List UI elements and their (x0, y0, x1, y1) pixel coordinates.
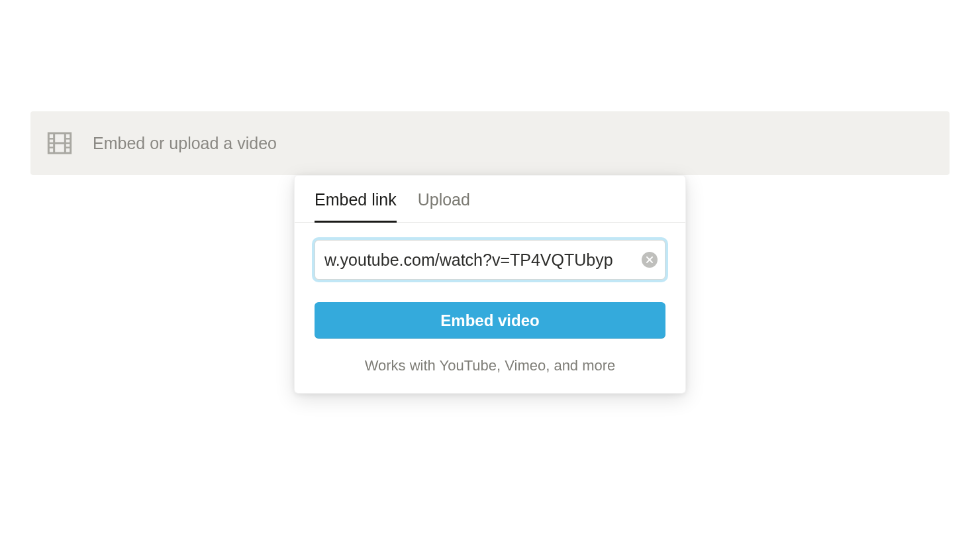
tab-label: Upload (418, 190, 470, 209)
popup-tabs: Embed link Upload (295, 176, 685, 223)
url-input-wrapper (315, 240, 665, 280)
close-icon (646, 256, 653, 263)
embed-video-button[interactable]: Embed video (315, 302, 665, 339)
embed-hint-text: Works with YouTube, Vimeo, and more (315, 357, 665, 374)
film-icon (46, 130, 73, 156)
tab-label: Embed link (315, 190, 397, 209)
video-embed-block[interactable]: Embed or upload a video (30, 111, 950, 175)
embed-popup: Embed link Upload Embed video Works with… (294, 175, 686, 394)
tab-upload[interactable]: Upload (418, 176, 470, 222)
clear-input-button[interactable] (642, 252, 658, 268)
video-block-placeholder: Embed or upload a video (93, 134, 277, 153)
tab-embed-link[interactable]: Embed link (315, 176, 397, 222)
video-url-input[interactable] (315, 240, 665, 280)
popup-body: Embed video Works with YouTube, Vimeo, a… (295, 223, 685, 393)
